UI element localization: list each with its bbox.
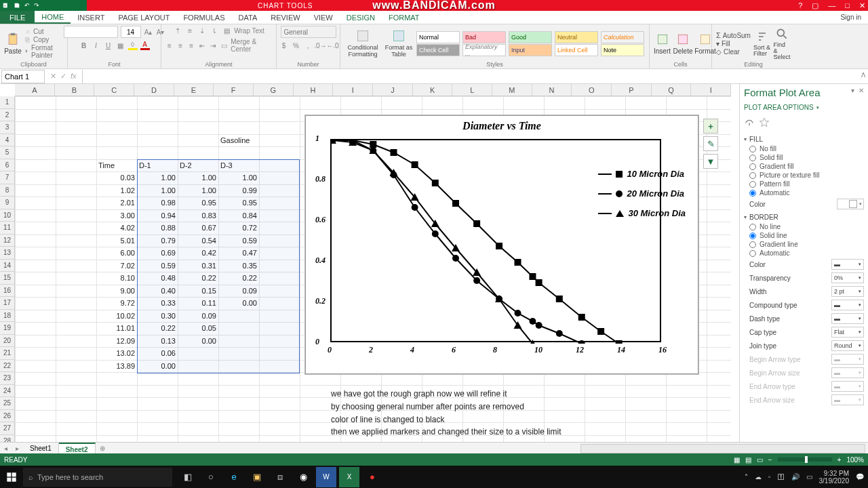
border-option[interactable]: Automatic	[744, 249, 864, 258]
fill-color-swatch[interactable]	[837, 199, 864, 209]
cell[interactable]: 0.72	[218, 222, 259, 235]
tab-review[interactable]: REVIEW	[264, 11, 307, 24]
border-button[interactable]: ▦	[116, 41, 125, 50]
record-icon[interactable]: ●	[362, 467, 382, 487]
cell[interactable]: 0.30	[137, 310, 178, 323]
cell[interactable]: 0.13	[137, 335, 178, 348]
cell[interactable]: 11.01	[96, 322, 137, 335]
column-header[interactable]: F	[214, 84, 254, 96]
row-header[interactable]: 28	[0, 435, 14, 443]
cell[interactable]: 12.09	[96, 335, 137, 348]
cell[interactable]: 1.00	[137, 184, 178, 197]
fill-option[interactable]: Picture or texture fill	[744, 171, 864, 180]
fill-section[interactable]: FILL	[744, 136, 864, 143]
view-normal-icon[interactable]: ▦	[734, 456, 740, 464]
cell[interactable]: 0.33	[137, 297, 178, 310]
cell[interactable]: 1.00	[178, 171, 218, 184]
start-button[interactable]	[0, 466, 23, 488]
chart-legend[interactable]: 10 Micron Dia 20 Micron Dia 30 Micron Di…	[598, 159, 686, 228]
tab-file[interactable]: FILE	[0, 11, 35, 24]
row-header[interactable]: 11	[0, 222, 14, 235]
zoom-out-icon[interactable]: −	[768, 456, 772, 464]
cell[interactable]: 1.00	[137, 171, 178, 184]
italic-button[interactable]: I	[92, 41, 101, 50]
align-top-icon[interactable]: ⇡	[173, 26, 182, 35]
row-header[interactable]: 14	[0, 260, 14, 272]
border-option[interactable]: No line	[744, 222, 864, 231]
cell[interactable]: 0.67	[178, 222, 218, 235]
border-prop[interactable]: Transparency0%▾	[744, 271, 864, 285]
row-header[interactable]: 3	[0, 121, 14, 134]
accounting-icon[interactable]: $	[279, 41, 289, 50]
undo-icon[interactable]: ↶	[24, 2, 30, 9]
row-header[interactable]: 16	[0, 285, 14, 298]
zoom-level[interactable]: 100%	[846, 456, 864, 464]
cell[interactable]: Gasoline	[218, 134, 259, 147]
column-header[interactable]: I	[691, 84, 731, 96]
font-name-input[interactable]	[64, 26, 118, 38]
cell[interactable]: D-3	[218, 159, 259, 172]
cell[interactable]: 1.02	[96, 184, 137, 197]
row-header[interactable]: 22	[0, 360, 14, 373]
plot-area-options[interactable]: PLOT AREA OPTIONS	[744, 104, 864, 111]
row-header[interactable]: 27	[0, 422, 14, 435]
format-painter-button[interactable]: Format Painter	[24, 44, 63, 59]
store-icon[interactable]: ⧈	[270, 467, 290, 487]
cell[interactable]: 0.00	[178, 335, 218, 348]
border-prop[interactable]: Cap typeFlat▾	[744, 325, 864, 339]
merge-button[interactable]: ▭	[220, 41, 228, 50]
orientation-icon[interactable]: ⤹	[210, 26, 219, 35]
sheet-nav-next[interactable]: ▸	[12, 445, 23, 452]
fill-option[interactable]: Pattern fill	[744, 180, 864, 188]
column-header[interactable]: P	[612, 84, 652, 96]
comma-icon[interactable]: ,	[304, 41, 313, 50]
fill-option[interactable]: No fill	[744, 144, 864, 153]
row-header[interactable]: 7	[0, 171, 14, 184]
paste-button[interactable]: Paste	[4, 33, 22, 55]
row-header[interactable]: 17	[0, 297, 14, 310]
border-prop[interactable]: Dash type▬▾	[744, 312, 864, 325]
align-mid-icon[interactable]: ≡	[185, 26, 195, 35]
find-select-button[interactable]: Find & Select	[773, 27, 791, 60]
cell[interactable]: 0.83	[178, 209, 218, 222]
percent-icon[interactable]: %	[292, 41, 301, 50]
column-header[interactable]: E	[174, 84, 214, 96]
cell[interactable]: 0.31	[178, 260, 218, 272]
worksheet-grid[interactable]: ABCDEFGHIJKLMNOPQI 123456789101112131415…	[0, 84, 739, 442]
cell[interactable]: 0.22	[178, 272, 218, 285]
cell[interactable]: 0.05	[178, 322, 218, 335]
cell[interactable]: 0.47	[218, 247, 259, 260]
row-header[interactable]: 8	[0, 184, 14, 197]
border-option[interactable]: Solid line	[744, 231, 864, 240]
pane-dropdown-icon[interactable]: ▾	[851, 87, 854, 98]
zoom-in-icon[interactable]: +	[837, 456, 842, 464]
fill-option[interactable]: Automatic	[744, 188, 864, 197]
dec-decimal-icon[interactable]: ←.0	[328, 41, 338, 50]
row-header[interactable]: 4	[0, 134, 14, 147]
tab-format[interactable]: FORMAT	[382, 11, 427, 24]
column-header[interactable]: B	[55, 84, 95, 96]
chart-title[interactable]: Diameter vs Time	[309, 120, 695, 132]
cell[interactable]: 9.72	[96, 297, 137, 310]
row-header[interactable]: 2	[0, 109, 14, 122]
row-header[interactable]: 21	[0, 347, 14, 360]
effects-tab-icon[interactable]	[759, 117, 770, 127]
border-section[interactable]: BORDER	[744, 214, 864, 221]
row-header[interactable]: 10	[0, 209, 14, 222]
cell[interactable]: 3.00	[96, 209, 137, 222]
tray-up-icon[interactable]: ˄	[745, 473, 748, 481]
row-header[interactable]: 18	[0, 310, 14, 323]
sign-in-link[interactable]: Sign in	[840, 11, 861, 24]
clear-button[interactable]: ◇Clear	[716, 48, 751, 56]
tab-page-layout[interactable]: PAGE LAYOUT	[111, 11, 176, 24]
row-header[interactable]: 23	[0, 372, 14, 385]
column-header[interactable]: I	[333, 84, 373, 96]
cell[interactable]: 0.09	[178, 310, 218, 323]
redo-icon[interactable]: ↷	[34, 2, 39, 9]
column-header[interactable]: H	[294, 84, 334, 96]
row-header[interactable]: 20	[0, 335, 14, 348]
tab-insert[interactable]: INSERT	[71, 11, 111, 24]
bold-button[interactable]: B	[79, 41, 89, 50]
column-header[interactable]: N	[532, 84, 572, 96]
cell[interactable]: 6.00	[96, 247, 137, 260]
